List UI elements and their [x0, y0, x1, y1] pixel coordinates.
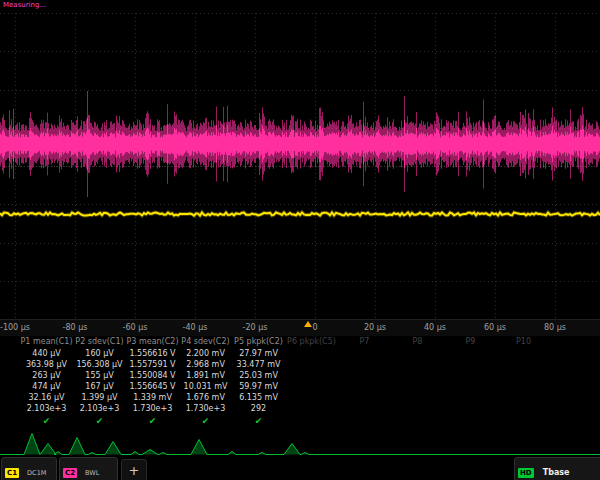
measure-value-cell: 1.730e+3 — [126, 403, 179, 414]
measure-value-cell: 1.339 mV — [126, 392, 179, 403]
bottom-descriptor-bar: C1 DC1M 10.0 mV C2 BWL DC1M 10.0 mV + HD… — [0, 457, 600, 480]
time-axis-label: -20 µs — [243, 323, 268, 332]
measurement-table-headers: P1 mean(C1)P2 sdev(C1)P3 mean(C2)P4 sdev… — [0, 336, 600, 348]
measure-header-p7[interactable]: P7 — [338, 336, 391, 348]
hd-mode-badge: HD — [518, 468, 534, 478]
measure-value-cell: 6.135 mV — [232, 392, 285, 403]
measure-header-p10[interactable]: P10 — [497, 336, 550, 348]
measure-header-p4[interactable]: P4 sdev(C2) — [179, 336, 232, 348]
measure-value-cell: 1.556645 V — [126, 381, 179, 392]
measure-value-row: 263 µV155 µV1.550084 V1.891 mV25.03 mV — [0, 370, 600, 381]
acquisition-status-text: Measuring... — [3, 1, 46, 9]
time-axis: -100 µs-80 µs-60 µs-40 µs-20 µs020 µs40 … — [0, 319, 600, 336]
time-axis-label: -40 µs — [183, 323, 208, 332]
time-axis-label: 20 µs — [364, 323, 386, 332]
measure-value-cell: 59.97 mV — [232, 381, 285, 392]
measurement-trend-trace[interactable] — [0, 428, 600, 456]
measure-value-cell: 1.399 µV — [73, 392, 126, 403]
measure-value-cell: 1.557591 V — [126, 359, 179, 370]
measure-header-p2[interactable]: P2 sdev(C1) — [73, 336, 126, 348]
time-axis-label: -80 µs — [63, 323, 88, 332]
c1-coupling-label: DC1M — [27, 469, 46, 477]
measurement-table: P1 mean(C1)P2 sdev(C1)P3 mean(C2)P4 sdev… — [0, 336, 600, 428]
measure-status-check-icon: ✔ — [73, 414, 126, 428]
measure-header-p8[interactable]: P8 — [391, 336, 444, 348]
measure-value-cell: 2.103e+3 — [20, 403, 73, 414]
measure-status-check-icon: ✔ — [126, 414, 179, 428]
time-axis-label: 80 µs — [544, 323, 566, 332]
time-axis-label: -100 µs — [0, 323, 30, 332]
measure-value-cell: 1.556616 V — [126, 348, 179, 359]
measure-value-cell: 155 µV — [73, 370, 126, 381]
measure-value-cell: 2.968 mV — [179, 359, 232, 370]
measure-header-p6[interactable]: P6 pkpk(C5) — [285, 336, 338, 348]
time-axis-label: 0 — [312, 323, 317, 332]
measure-value-row: 474 µV167 µV1.556645 V10.031 mV59.97 mV — [0, 381, 600, 392]
measure-value-row: 440 µV160 µV1.556616 V2.200 mV27.97 mV — [0, 348, 600, 359]
time-axis-label: 60 µs — [484, 323, 506, 332]
c2-channel-badge: C2 — [63, 468, 77, 478]
waveform-grid-display[interactable] — [0, 13, 600, 319]
c1-channel-badge: C1 — [5, 468, 19, 478]
trigger-position-marker[interactable] — [304, 321, 312, 327]
measure-header-p5[interactable]: P5 pkpk(C2) — [232, 336, 285, 348]
measure-header-p3[interactable]: P3 mean(C2) — [126, 336, 179, 348]
add-trace-button[interactable]: + — [121, 459, 147, 480]
measure-value-cell: 33.477 mV — [232, 359, 285, 370]
measure-value-cell: 1.891 mV — [179, 370, 232, 381]
timebase-descriptor-button[interactable]: HD Tbase 12 Bits 20.0 µs/div — [514, 457, 600, 480]
measure-status-check-icon: ✔ — [179, 414, 232, 428]
time-axis-label: -60 µs — [123, 323, 148, 332]
measure-value-row: 363.98 µV156.308 µV1.557591 V2.968 mV33.… — [0, 359, 600, 370]
measure-value-cell: 1.676 mV — [179, 392, 232, 403]
measure-value-cell: 10.031 mV — [179, 381, 232, 392]
measure-value-cell: 167 µV — [73, 381, 126, 392]
measure-value-cell: 474 µV — [20, 381, 73, 392]
time-axis-label: 40 µs — [424, 323, 446, 332]
measure-value-cell: 363.98 µV — [20, 359, 73, 370]
measure-value-row: 32.16 µV1.399 µV1.339 mV1.676 mV6.135 mV — [0, 392, 600, 403]
channel-c1-descriptor-button[interactable]: C1 DC1M 10.0 mV — [1, 457, 57, 480]
measure-value-cell: 156.308 µV — [73, 359, 126, 370]
measure-status-check-icon: ✔ — [232, 414, 285, 428]
measure-value-cell: 32.16 µV — [20, 392, 73, 403]
timebase-title: Tbase — [543, 468, 570, 477]
measure-value-cell: 2.200 mV — [179, 348, 232, 359]
measure-value-cell: 263 µV — [20, 370, 73, 381]
oscilloscope-screen: Measuring... -100 µs-80 µs-60 µs-40 µs-2… — [0, 0, 600, 480]
measure-value-cell: 292 — [232, 403, 285, 414]
measure-value-cell: 160 µV — [73, 348, 126, 359]
channel-c2-descriptor-button[interactable]: C2 BWL DC1M 10.0 mV — [59, 457, 118, 480]
measure-value-cell: 27.97 mV — [232, 348, 285, 359]
measurement-table-body: 440 µV160 µV1.556616 V2.200 mV27.97 mV36… — [0, 348, 600, 428]
measure-value-row: 2.103e+32.103e+31.730e+31.730e+3292 — [0, 403, 600, 414]
measure-value-cell: 1.550084 V — [126, 370, 179, 381]
measure-value-cell: 1.730e+3 — [179, 403, 232, 414]
measure-status-row: ✔✔✔✔✔ — [0, 414, 600, 428]
measure-value-cell: 440 µV — [20, 348, 73, 359]
measure-status-check-icon: ✔ — [20, 414, 73, 428]
measure-value-cell: 2.103e+3 — [73, 403, 126, 414]
measure-value-cell: 25.03 mV — [232, 370, 285, 381]
measure-header-p9[interactable]: P9 — [444, 336, 497, 348]
measure-header-p1[interactable]: P1 mean(C1) — [20, 336, 73, 348]
